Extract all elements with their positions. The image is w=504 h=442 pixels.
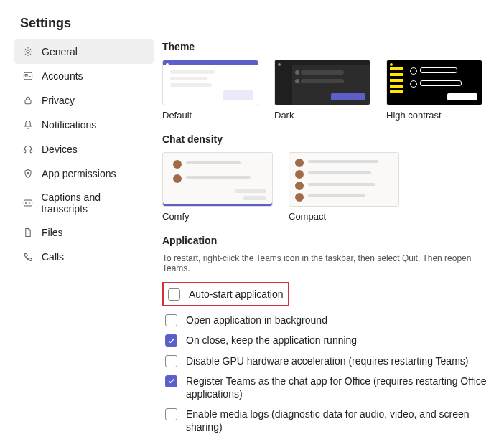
checkbox-label: On close, keep the application running [186,334,357,347]
sidebar-item-label: Privacy [42,95,75,106]
checkbox-icon [165,334,177,347]
theme-preview-default [162,60,258,105]
shield-icon [22,167,34,180]
theme-option-default[interactable]: Default [162,60,258,121]
sidebar-item-general[interactable]: General [14,39,154,64]
close-button[interactable] [470,17,484,31]
sidebar-item-privacy[interactable]: Privacy [14,88,154,113]
checkbox-label: Auto-start application [189,288,284,301]
sidebar-item-label: Captions and transcripts [41,192,146,215]
checkbox-auto-start[interactable]: Auto-start application [162,282,289,306]
accounts-icon [22,70,34,83]
sidebar-item-files[interactable]: Files [14,220,154,245]
sidebar-item-label: Devices [42,144,78,155]
gear-icon [22,45,34,58]
theme-label: High contrast [386,110,482,121]
svg-rect-4 [24,150,25,153]
settings-main: Theme Default Dark [154,39,497,438]
application-subtitle: To restart, right-click the Teams icon i… [162,253,493,273]
theme-option-dark[interactable]: Dark [274,60,370,121]
cc-icon [22,197,34,210]
theme-label: Dark [274,110,370,121]
file-icon [22,226,34,239]
sidebar-item-label: Accounts [42,70,83,82]
settings-sidebar: General Accounts Privacy Notifications D… [14,39,154,438]
headset-icon [22,143,34,156]
checkbox-label: Disable GPU hardware acceleration (requi… [186,354,468,367]
sidebar-item-calls[interactable]: Calls [14,245,154,269]
svg-point-6 [27,172,29,174]
sidebar-item-label: Calls [42,251,64,263]
density-option-comfy[interactable]: Comfy [162,152,273,222]
svg-rect-2 [25,75,27,76]
density-label: Compact [289,211,399,222]
sidebar-item-label: Files [42,227,63,238]
bell-icon [22,118,34,131]
svg-rect-7 [24,200,32,206]
checkbox-icon [165,355,177,367]
checkbox-icon [165,408,177,420]
sidebar-item-devices[interactable]: Devices [14,137,154,161]
density-section-title: Chat density [162,133,493,145]
checkbox-media-logs[interactable]: Enable media logs (diagnostic data for a… [162,405,493,436]
checkbox-label: Enable media logs (diagnostic data for a… [186,408,487,433]
theme-label: Default [162,110,258,121]
density-preview-comfy [162,152,273,207]
phone-icon [22,250,34,263]
sidebar-item-captions[interactable]: Captions and transcripts [14,186,154,220]
lock-icon [22,94,34,107]
checkbox-icon [165,314,177,326]
page-title: Settings [20,16,470,31]
theme-preview-high-contrast [386,60,482,105]
checkbox-on-close[interactable]: On close, keep the application running [162,331,493,349]
checkbox-icon [168,288,180,301]
application-section-title: Application [162,235,493,246]
checkbox-open-background[interactable]: Open application in background [162,311,493,329]
sidebar-item-label: Notifications [42,119,96,131]
theme-section-title: Theme [162,41,493,52]
checkbox-register-office[interactable]: Register Teams as the chat app for Offic… [162,372,493,403]
svg-rect-3 [25,100,31,104]
svg-point-0 [27,50,29,53]
sidebar-item-app-permissions[interactable]: App permissions [14,161,154,186]
checkbox-disable-gpu[interactable]: Disable GPU hardware acceleration (requi… [162,352,493,370]
sidebar-item-accounts[interactable]: Accounts [14,64,154,88]
sidebar-item-label: App permissions [42,168,116,179]
checkbox-icon [165,375,177,387]
density-label: Comfy [162,211,273,222]
sidebar-item-label: General [42,46,78,57]
theme-option-high-contrast[interactable]: High contrast [386,60,482,121]
density-option-compact[interactable]: Compact [289,152,399,222]
checkbox-label: Open application in background [186,314,327,326]
checkbox-label: Register Teams as the chat app for Offic… [186,375,487,400]
density-preview-compact [289,152,399,207]
sidebar-item-notifications[interactable]: Notifications [14,113,154,137]
theme-preview-dark [274,60,370,105]
svg-rect-5 [30,150,32,153]
